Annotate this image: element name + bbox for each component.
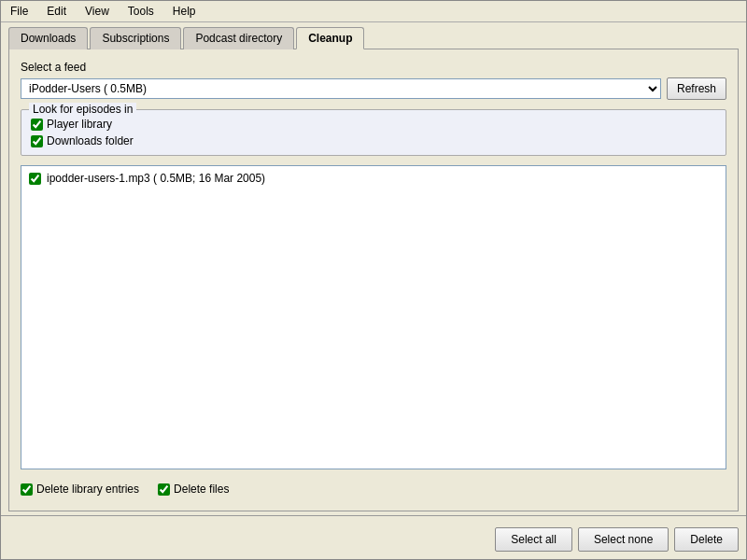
delete-files-row: Delete files bbox=[158, 483, 229, 496]
episode-label: ipodder-users-1.mp3 ( 0.5MB; 16 Mar 2005… bbox=[47, 172, 265, 185]
action-row: Select all Select none Delete bbox=[1, 520, 746, 559]
episode-list[interactable]: ipodder-users-1.mp3 ( 0.5MB; 16 Mar 2005… bbox=[21, 165, 726, 469]
delete-library-label: Delete library entries bbox=[36, 483, 139, 496]
list-item: ipodder-users-1.mp3 ( 0.5MB; 16 Mar 2005… bbox=[25, 170, 722, 187]
delete-library-row: Delete library entries bbox=[21, 483, 139, 496]
feed-select[interactable]: iPodder-Users ( 0.5MB) bbox=[21, 78, 661, 99]
delete-files-checkbox[interactable] bbox=[158, 483, 170, 496]
refresh-button[interactable]: Refresh bbox=[667, 77, 726, 100]
look-for-episodes-group: Look for episodes in Player library Down… bbox=[21, 109, 726, 156]
tabbar: Downloads Subscriptions Podcast director… bbox=[1, 22, 746, 49]
select-feed-label: Select a feed bbox=[21, 61, 726, 74]
downloads-folder-checkbox[interactable] bbox=[31, 135, 43, 147]
delete-files-label: Delete files bbox=[174, 483, 229, 496]
divider bbox=[1, 515, 746, 516]
tab-content: Select a feed iPodder-Users ( 0.5MB) Ref… bbox=[8, 49, 739, 511]
select-feed-row: iPodder-Users ( 0.5MB) Refresh bbox=[21, 77, 726, 100]
select-all-button[interactable]: Select all bbox=[495, 527, 572, 552]
episode-checkbox[interactable] bbox=[29, 173, 41, 185]
downloads-folder-label: Downloads folder bbox=[47, 134, 134, 147]
menu-help[interactable]: Help bbox=[167, 3, 202, 20]
main-window: File Edit View Tools Help Downloads Subs… bbox=[0, 0, 747, 560]
delete-button[interactable]: Delete bbox=[674, 527, 739, 552]
groupbox-legend: Look for episodes in bbox=[29, 103, 136, 116]
feed-dropdown-wrapper: iPodder-Users ( 0.5MB) bbox=[21, 78, 661, 99]
select-none-button[interactable]: Select none bbox=[578, 527, 669, 552]
tab-podcast-directory[interactable]: Podcast directory bbox=[183, 27, 294, 49]
player-library-checkbox[interactable] bbox=[31, 119, 43, 131]
tab-cleanup[interactable]: Cleanup bbox=[296, 27, 364, 49]
menu-edit[interactable]: Edit bbox=[41, 3, 72, 20]
menu-tools[interactable]: Tools bbox=[122, 3, 160, 20]
delete-library-checkbox[interactable] bbox=[21, 483, 33, 496]
downloads-folder-row: Downloads folder bbox=[31, 134, 716, 147]
tab-subscriptions[interactable]: Subscriptions bbox=[90, 27, 181, 49]
menu-view[interactable]: View bbox=[79, 3, 115, 20]
menu-file[interactable]: File bbox=[5, 3, 34, 20]
select-feed-section: Select a feed iPodder-Users ( 0.5MB) Ref… bbox=[21, 61, 726, 100]
player-library-row: Player library bbox=[31, 118, 716, 131]
player-library-label: Player library bbox=[47, 118, 112, 131]
tab-downloads[interactable]: Downloads bbox=[8, 27, 88, 49]
bottom-checks: Delete library entries Delete files bbox=[21, 479, 726, 499]
menubar: File Edit View Tools Help bbox=[1, 1, 746, 22]
